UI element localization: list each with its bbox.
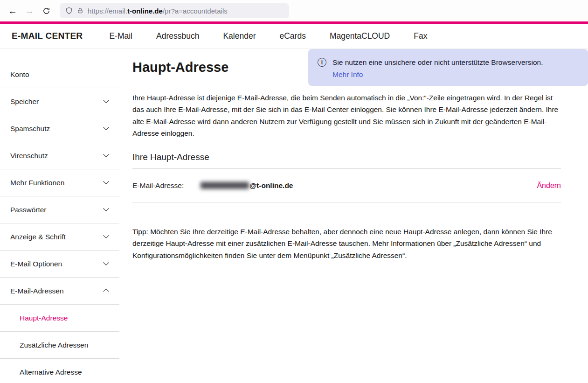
chevron-down-icon	[103, 124, 109, 130]
nav-item-fax[interactable]: Fax	[414, 31, 427, 41]
banner-message: Sie nutzen eine unsichere oder nicht unt…	[332, 57, 543, 68]
sidebar-item-passwoerter[interactable]: Passwörter	[0, 196, 119, 223]
nav-item-magentacloud[interactable]: MagentaCLOUD	[330, 31, 390, 41]
intro-paragraph: Ihre Haupt-Adresse ist diejenige E-Mail-…	[132, 92, 561, 139]
sidebar-item-email-optionen[interactable]: E-Mail Optionen	[0, 251, 119, 278]
chevron-down-icon	[103, 205, 109, 211]
email-address-label: E-Mail-Adresse:	[132, 181, 201, 190]
chevron-down-icon	[103, 178, 109, 184]
nav-item-kalender[interactable]: Kalender	[223, 31, 256, 41]
sidebar-item-konto[interactable]: Konto	[0, 61, 119, 88]
section-heading: Ihre Haupt-Adresse	[132, 152, 561, 169]
nav-item-adressbuch[interactable]: Adressbuch	[156, 31, 199, 41]
forward-icon[interactable]: →	[22, 4, 36, 18]
top-navigation: E-MAIL CENTER E-Mail Adressbuch Kalender…	[0, 24, 588, 49]
sidebar-item-email-adressen[interactable]: E-Mail-Adressen	[0, 278, 119, 305]
reload-icon[interactable]	[39, 4, 53, 18]
sidebar-item-speicher[interactable]: Speicher	[0, 88, 119, 115]
browser-toolbar: ← → https://email.t-online.de/pr?a=accou…	[0, 0, 588, 21]
nav-item-email[interactable]: E-Mail	[109, 31, 132, 41]
sidebar-item-virenschutz[interactable]: Virenschutz	[0, 142, 119, 169]
change-email-link[interactable]: Ändern	[537, 181, 561, 190]
banner-body: Sie nutzen eine unsichere oder nicht unt…	[332, 57, 543, 79]
address-bar[interactable]: https://email.t-online.de/pr?a=accountde…	[60, 3, 289, 18]
tip-paragraph: Tipp: Möchten Sie Ihre derzeitige E-Mail…	[132, 226, 561, 261]
email-address-row: E-Mail-Adresse: @t-online.de Ändern	[132, 169, 561, 202]
chevron-down-icon	[103, 97, 109, 103]
sidebar-subitem-haupt-adresse[interactable]: Haupt-Adresse	[0, 305, 119, 332]
sidebar-item-anzeige-schrift[interactable]: Anzeige & Schrift	[0, 223, 119, 251]
chevron-down-icon	[103, 151, 109, 157]
app-logo: E-MAIL CENTER	[12, 31, 83, 41]
email-domain-text: @t-online.de	[249, 181, 293, 190]
shield-icon[interactable]	[65, 7, 73, 14]
back-icon[interactable]: ←	[6, 4, 20, 18]
lock-icon[interactable]	[77, 7, 83, 14]
info-icon: i	[318, 58, 326, 67]
sidebar-item-mehr-funktionen[interactable]: Mehr Funktionen	[0, 169, 119, 196]
settings-sidebar: Konto Speicher Spamschutz Virenschutz Me…	[0, 49, 119, 383]
nav-item-ecards[interactable]: eCards	[279, 31, 305, 41]
chevron-up-icon	[103, 289, 109, 295]
browser-warning-banner: i Sie nutzen eine unsichere oder nicht u…	[308, 49, 588, 86]
more-info-link[interactable]: Mehr Info	[332, 70, 363, 79]
chevron-down-icon	[103, 232, 109, 238]
email-address-value: @t-online.de	[201, 181, 293, 190]
redacted-email-local-part	[201, 182, 249, 189]
sidebar-subitem-zusaetzliche-adressen[interactable]: Zusätzliche Adressen	[0, 332, 119, 359]
sidebar-item-spamschutz[interactable]: Spamschutz	[0, 115, 119, 142]
main-content: Haupt-Adresse Ihre Haupt-Adresse ist die…	[119, 49, 588, 383]
sidebar-subitem-alternative-adresse[interactable]: Alternative Adresse	[0, 359, 119, 383]
chevron-down-icon	[103, 259, 109, 265]
url-text: https://email.t-online.de/pr?a=accountde…	[88, 7, 228, 15]
